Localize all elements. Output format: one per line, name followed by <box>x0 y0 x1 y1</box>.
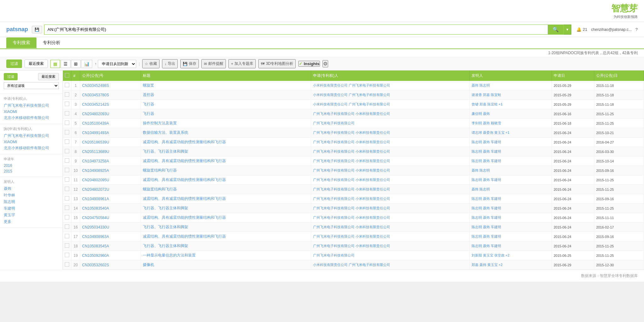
applicant-link-1[interactable]: 小米科技有限责任公司 <box>313 102 348 106</box>
col-app-date[interactable]: 申请日 <box>552 71 594 81</box>
inventor-link[interactable]: 李剑明 <box>472 121 482 125</box>
patent-number-link[interactable]: CN303452142S <box>82 102 109 107</box>
inventor-link[interactable]: 陈志明 <box>472 178 482 182</box>
inventor-link[interactable]: 聂炜 <box>483 112 490 116</box>
recent-search-toggle-button[interactable]: 最近搜索 <box>38 73 59 80</box>
export-button[interactable]: ↓ 导出 <box>162 59 178 68</box>
patent-title-link[interactable]: 飞行器 <box>143 102 154 106</box>
view-table-icon[interactable]: ▦ <box>50 60 60 68</box>
col-pub-date[interactable]: 公开(公告)日 <box>594 71 644 81</box>
applicant-link-1[interactable]: 广州飞米电子科技有限公司 <box>313 187 355 191</box>
patent-number-link[interactable]: CN105092960A <box>82 253 109 258</box>
inventor-link[interactable]: 车建明 <box>491 197 501 201</box>
inventor-link[interactable]: 聂炜 <box>483 197 490 201</box>
inventor-link[interactable]: 陈志明 <box>472 234 482 238</box>
tab-patent-search[interactable]: 专利搜索 <box>6 37 36 48</box>
sidebar-applicant-item-3[interactable]: 北京小米移动软件有限公司 <box>4 115 59 121</box>
inventor-link[interactable]: 郑嘉 <box>483 93 490 97</box>
patent-number-link[interactable]: CN104908925A <box>82 168 109 173</box>
row-checkbox[interactable] <box>65 139 69 144</box>
patent-number-link[interactable]: CN105083540A <box>82 206 109 211</box>
patent-title-link[interactable]: 操作控制方法及装置 <box>143 121 177 125</box>
patent-number-link[interactable]: CN205034330U <box>82 225 109 229</box>
applicant-link-1[interactable]: 广州飞米电子科技有限公司 <box>313 234 355 238</box>
inventor-link[interactable]: 聂炜 <box>483 178 490 182</box>
inventor-link[interactable]: 郑嘉 <box>472 263 479 267</box>
inventor-link[interactable]: 聂炜 <box>483 206 490 210</box>
applicant-link-2[interactable]: 小米科技有限责任公司 <box>356 225 390 229</box>
inventor-link[interactable]: 车建明 <box>491 216 501 219</box>
applicant-link-2[interactable]: 小米科技有限责任公司 <box>356 178 390 182</box>
inventor-link[interactable]: 陈志明 <box>479 187 490 191</box>
tab-patent-analysis[interactable]: 专利分析 <box>36 37 67 48</box>
patent-title-link[interactable]: 数据信输方法、装置及系统 <box>143 130 188 135</box>
3d-map-button[interactable]: 🗺 3D专利地图分析 <box>258 59 296 68</box>
patent-number-link[interactable]: CN104973258A <box>82 159 109 163</box>
sidebar-std-applicant-item-2[interactable]: XIAOMI <box>4 139 59 145</box>
patent-title-link[interactable]: 遥控器 <box>143 93 154 97</box>
notification-bell[interactable]: 🔔 21 <box>576 27 587 32</box>
inventor-link[interactable]: 聂炜 <box>479 263 486 267</box>
row-checkbox[interactable] <box>65 224 69 229</box>
applicant-link-1[interactable]: 广州飞米电子科技有限公司 <box>313 244 355 248</box>
inventor-link[interactable]: 聂炜 <box>472 83 479 87</box>
view-list-icon[interactable]: ☰ <box>61 60 70 68</box>
applicant-link-1[interactable]: 广州飞米电子科技有限公司 <box>313 150 355 153</box>
patent-title-link[interactable]: 飞行器 <box>143 111 154 116</box>
patent-number-link[interactable]: CN303453780S <box>82 93 109 97</box>
applicant-link-2[interactable]: 小米科技有限责任公司 <box>356 112 390 116</box>
applicant-link-1[interactable]: 小米科技有限责任公司 <box>313 263 348 267</box>
inventor-link[interactable]: 聂炜 <box>472 187 479 191</box>
applicant-link-1[interactable]: 小米科技有限责任公司 <box>313 83 348 87</box>
inventor-link[interactable]: 廉信明 <box>472 112 482 116</box>
inventor-link[interactable]: 车建明 <box>491 140 501 144</box>
collect-button[interactable]: ☆ 收藏 <box>142 59 160 68</box>
inventor-link[interactable]: 曾键 <box>472 102 479 106</box>
applicant-link-1[interactable]: 广州飞米电子科技有限公司 <box>313 140 355 144</box>
inventor-link[interactable]: 车建明 <box>491 150 501 153</box>
patent-number-link[interactable]: CN303532602S <box>82 263 109 267</box>
col-title[interactable]: 标题 <box>141 71 311 81</box>
applicant-link-2[interactable]: 小米科技有限责任公司 <box>356 234 390 238</box>
applicant-link-1[interactable]: 广州飞米电子科技有限公司 <box>313 112 355 116</box>
sidebar-inventor-5[interactable]: 黄玉宇 <box>4 212 59 218</box>
save-button[interactable]: 💾 保存 <box>180 59 199 68</box>
sidebar-inventor-2[interactable]: 叶华林 <box>4 192 59 199</box>
applicant-link-2[interactable]: 广州飞米电子科技有限公司 <box>349 263 390 267</box>
row-checkbox[interactable] <box>65 243 69 248</box>
settings-button[interactable]: ⚙ <box>322 60 328 67</box>
applicant-link-1[interactable]: 广州飞米电子科技有限公司 <box>313 225 355 229</box>
inventor-link[interactable]: 陈宜蛙 <box>491 93 501 97</box>
patent-number-link[interactable]: CN204750584U <box>82 216 109 220</box>
patent-number-link[interactable]: CN104991493A <box>82 131 109 135</box>
save-query-button[interactable]: 💾 <box>32 26 42 33</box>
row-checkbox[interactable] <box>65 92 69 97</box>
patent-title-link[interactable]: 减震结构、具有减震功能的惯性测量结构和飞行器 <box>143 178 226 182</box>
inventor-link[interactable]: 车建明 <box>491 234 501 238</box>
inventor-plus-count[interactable]: +2 <box>498 263 503 267</box>
row-checkbox[interactable] <box>65 253 69 257</box>
view-grid-icon[interactable]: ⊞ <box>71 60 81 68</box>
patent-title-link[interactable]: 一种显示电量信息的方法和装置 <box>143 253 196 257</box>
inventor-link[interactable]: 车建明 <box>491 159 501 163</box>
search-options-dropdown[interactable]: ▾ <box>563 25 571 35</box>
patent-title-link[interactable]: 螺旋桨结构和飞行器 <box>143 187 177 191</box>
sidebar-applicant-item-1[interactable]: 广州飞米电子科技有限公司 <box>4 102 59 109</box>
applicant-link-1[interactable]: 广州飞米电子科技有限公司 <box>313 197 355 201</box>
patent-title-link[interactable]: 飞行器、飞行器主体和脚架 <box>143 206 188 210</box>
row-checkbox[interactable] <box>65 196 69 201</box>
row-checkbox[interactable] <box>65 168 69 172</box>
patent-title-link[interactable]: 飞行器、飞行器主体和脚架 <box>143 244 188 248</box>
patent-number-link[interactable]: CN104908961A <box>82 197 109 201</box>
inventor-link[interactable]: 车建明 <box>491 225 501 229</box>
sidebar-std-applicant-item-3[interactable]: 北京小米移动软件有限公司 <box>4 145 59 151</box>
patent-title-link[interactable]: 减震结构、具有减震功能的惯性测量结构和飞行器 <box>143 215 226 220</box>
inventor-link[interactable]: 陈志明 <box>472 244 482 248</box>
inventor-link[interactable]: 陈志明 <box>472 140 482 144</box>
all-filters-select[interactable]: 所有过滤项 <box>4 82 59 89</box>
inventor-link[interactable]: 陈志明 <box>479 168 490 172</box>
row-checkbox[interactable] <box>65 262 69 267</box>
inventor-plus-count[interactable]: +1 <box>505 131 510 134</box>
applicant-link-1[interactable]: 广州飞米电子科技有限公司 <box>313 131 355 134</box>
applicant-link-2[interactable]: 小米科技有限责任公司 <box>356 159 390 163</box>
